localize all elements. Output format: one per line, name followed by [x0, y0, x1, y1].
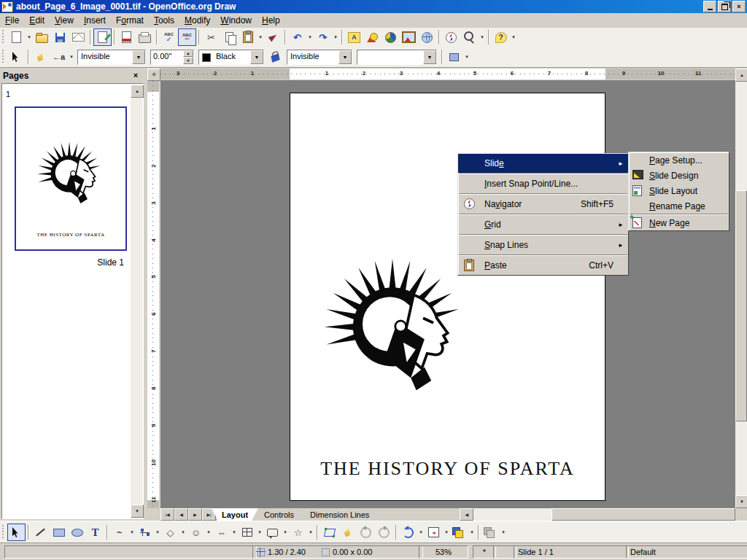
menu-help[interactable]: Help [257, 14, 285, 28]
hyperlink-button[interactable] [418, 28, 436, 46]
menu-format[interactable]: Format [111, 14, 149, 28]
callouts-dropdown[interactable]: ▾ [282, 524, 289, 540]
glue-points-button[interactable] [338, 524, 357, 541]
edit-points-tool-button[interactable] [320, 524, 338, 541]
line-style-combo-arrow[interactable]: ▼ [132, 50, 145, 64]
navigator-button[interactable] [442, 28, 460, 46]
line-width-down[interactable]: ▼ [183, 57, 193, 64]
new-document-dropdown[interactable]: ▾ [26, 29, 33, 45]
basic-shapes-dropdown[interactable]: ▾ [179, 524, 187, 540]
vertical-scrollbar[interactable]: ▲ ▼ [735, 69, 747, 508]
context-menu-item-insert-snap[interactable]: Insert Snap Point/Line... [458, 174, 628, 193]
rotate-button[interactable] [399, 524, 417, 541]
insert-shapes-button[interactable] [363, 28, 382, 46]
menu-window[interactable]: Window [215, 14, 257, 28]
paste-button[interactable] [239, 28, 257, 46]
interaction-button[interactable] [481, 524, 500, 541]
fontwork-gallery-button[interactable]: A [345, 28, 363, 46]
submenu-item-page-setup[interactable]: Page Setup... [629, 152, 729, 168]
flowchart-button[interactable] [238, 524, 256, 541]
effects-button-2[interactable] [375, 524, 393, 541]
menu-insert[interactable]: Insert [79, 14, 111, 28]
hscroll-left-button[interactable]: ◀ [460, 508, 473, 521]
toolbar-overflow-button[interactable]: ▾ [510, 29, 517, 45]
stars-button[interactable]: ☆ [289, 524, 307, 541]
paste-dropdown[interactable]: ▾ [257, 29, 264, 45]
pages-panel-close-button[interactable]: × [131, 71, 141, 80]
save-button[interactable] [51, 28, 69, 46]
line-style-combo[interactable]: Invisible ▼ [77, 50, 146, 65]
arrange-dropdown[interactable]: ▾ [468, 524, 476, 540]
copy-button[interactable] [220, 28, 239, 46]
slide-thumbnail[interactable]: THE HISTORY OF SPARTA [15, 106, 127, 251]
gallery-button[interactable] [400, 28, 418, 46]
tab-dimension-lines[interactable]: Dimension Lines [300, 508, 379, 521]
next-page-button[interactable]: ▶ [188, 508, 202, 521]
edit-points-button[interactable] [7, 48, 26, 66]
alignment-dropdown[interactable]: ▾ [443, 524, 450, 540]
redo-dropdown[interactable]: ▾ [332, 29, 339, 45]
symbol-shapes-dropdown[interactable]: ▾ [205, 524, 212, 540]
select-tool-button[interactable] [7, 524, 26, 541]
connector-dropdown[interactable]: ▾ [154, 524, 161, 540]
line-tool-button[interactable] [31, 524, 50, 541]
arrow-style-dropdown[interactable]: ▾ [68, 49, 75, 65]
context-menu-item-navigator[interactable]: Navigator Shift+F5 [458, 195, 628, 214]
symbol-shapes-button[interactable]: ☺ [187, 524, 205, 541]
zoom-button[interactable] [460, 28, 479, 46]
area-dialog-button[interactable] [266, 48, 285, 66]
vertical-scrollbar-thumb[interactable] [735, 190, 747, 421]
fill-style-combo[interactable]: Invisible ▼ [287, 50, 352, 65]
connector-tool-button[interactable] [136, 524, 154, 541]
submenu-item-slide-layout[interactable]: Slide Layout [629, 183, 729, 198]
callouts-button[interactable] [263, 524, 282, 541]
slide-title-text[interactable]: THE HISTORY OF SPARTA [290, 458, 605, 480]
scroll-down-button[interactable]: ▼ [131, 505, 144, 518]
fill-style-combo-arrow[interactable]: ▼ [338, 50, 352, 64]
effects-button-1[interactable] [357, 524, 375, 541]
rotate-dropdown[interactable]: ▾ [417, 524, 425, 540]
object-bar-overflow-button[interactable]: ▾ [463, 49, 471, 65]
ellipse-tool-button[interactable] [68, 524, 86, 541]
fill-color-combo-arrow[interactable]: ▼ [423, 50, 436, 64]
ruler-origin-box[interactable]: ✛ [147, 69, 160, 81]
curve-tool-button[interactable]: ~ [110, 524, 128, 541]
pages-panel-scrollbar[interactable]: ▲ ▼ [131, 85, 142, 518]
block-arrows-button[interactable]: ⇔ [212, 524, 231, 541]
redo-button[interactable]: ↷ [314, 28, 332, 46]
title-bar[interactable]: about_Page_6_Image_0001.tif - OpenOffice… [0, 0, 747, 13]
close-button[interactable]: × [732, 1, 746, 12]
context-menu-item-grid[interactable]: Grid ► [458, 215, 628, 234]
export-pdf-button[interactable] [117, 28, 136, 46]
menu-modify[interactable]: Modify [179, 14, 215, 28]
line-width-spinner[interactable]: 0.00" ▲▼ [150, 50, 194, 65]
toolbar-grip[interactable] [1, 50, 5, 64]
cut-button[interactable]: ✂ [202, 28, 220, 46]
submenu-item-slide-design[interactable]: Slide Design [629, 168, 729, 183]
restore-button[interactable] [718, 1, 731, 12]
toolbar-grip[interactable] [1, 525, 5, 540]
submenu-item-rename-page[interactable]: Rename Page [629, 198, 729, 214]
line-width-up[interactable]: ▲ [183, 50, 193, 58]
text-tool-button[interactable]: T [86, 524, 104, 541]
scroll-up-button[interactable]: ▲ [131, 85, 144, 98]
stars-dropdown[interactable]: ▾ [307, 524, 314, 540]
drawing-canvas[interactable]: THE HISTORY OF SPARTA [160, 80, 735, 508]
vertical-ruler[interactable]: 1 2 3 4 5 6 7 8 9 10 11 [147, 81, 159, 508]
shadow-button[interactable] [445, 48, 463, 66]
previous-page-button[interactable]: ◀ [174, 508, 188, 521]
horizontal-scrollbar-thumb[interactable] [551, 508, 735, 521]
insert-chart-button[interactable] [382, 28, 400, 46]
tab-controls[interactable]: Controls [254, 508, 304, 521]
help-button[interactable]: ? [492, 28, 510, 46]
undo-button[interactable]: ↶ [288, 28, 306, 46]
curve-dropdown[interactable]: ▾ [128, 524, 136, 540]
menu-view[interactable]: View [50, 14, 79, 28]
context-menu-item-paste[interactable]: Paste Ctrl+V [458, 256, 628, 275]
new-document-button[interactable] [7, 28, 26, 46]
fill-color-combo[interactable]: ▼ [357, 50, 437, 65]
context-menu-item-slide[interactable]: Slide ► [458, 154, 628, 173]
horizontal-ruler[interactable]: 3 2 1 1 2 3 4 5 6 7 8 9 10 11 [160, 69, 735, 79]
first-page-button[interactable]: |◀ [160, 508, 174, 521]
menu-file[interactable]: File [0, 14, 24, 28]
